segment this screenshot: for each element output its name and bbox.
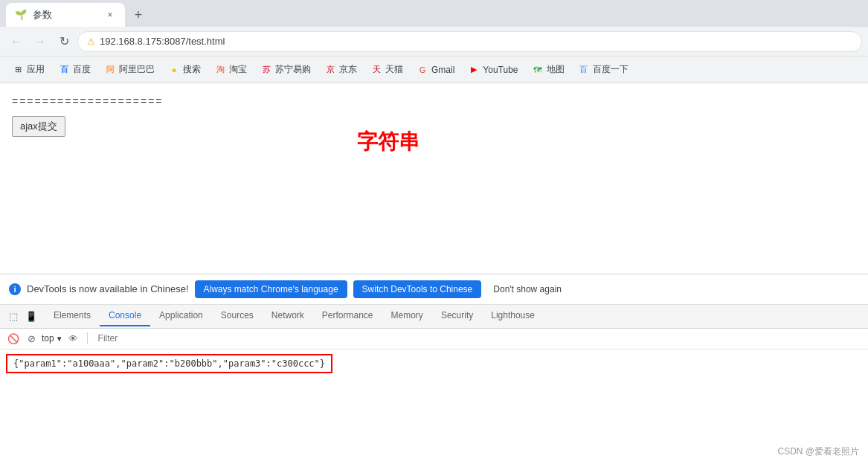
console-filter-input[interactable]: [94, 332, 862, 345]
tab-network[interactable]: Network: [263, 306, 313, 326]
toolbar-divider: [87, 332, 88, 344]
bookmark-youtube[interactable]: ▶ YouTube: [462, 61, 524, 79]
tab-lighthouse[interactable]: Lighthouse: [482, 306, 544, 326]
taobao-icon: 淘: [214, 64, 226, 76]
tab-memory[interactable]: Memory: [382, 306, 432, 326]
console-eye-icon[interactable]: 👁: [66, 331, 81, 346]
gmail-icon: G: [417, 64, 428, 76]
bookmark-alibaba[interactable]: 阿 阿里巴巴: [98, 60, 161, 79]
tab-favicon: 🌱: [15, 9, 27, 21]
baidu-icon: 百: [58, 64, 70, 76]
chevron-down-icon: ▼: [56, 335, 63, 343]
tab-performance[interactable]: Performance: [313, 306, 382, 326]
console-toolbar: 🚫 ⊘ top ▼ 👁: [0, 329, 868, 349]
tab-sources[interactable]: Sources: [212, 306, 263, 326]
back-button[interactable]: ←: [6, 31, 27, 52]
bookmark-youtube-label: YouTube: [483, 65, 518, 75]
bookmark-suning[interactable]: 苏 苏宁易购: [254, 60, 317, 79]
browser-frame: 🌱 参数 × + ← → ↻ ⚠ 192.168.8.175:8087/test…: [0, 0, 868, 464]
tab-security[interactable]: Security: [432, 306, 482, 326]
bookmark-apps[interactable]: ⊞ 应用: [6, 60, 51, 79]
address-bar[interactable]: ⚠ 192.168.8.175:8087/test.html: [77, 31, 862, 52]
devtools-tab-icons: ⬚ 📱: [6, 309, 39, 323]
tab-bar: 🌱 参数 × +: [0, 0, 868, 27]
apps-icon: ⊞: [12, 64, 24, 76]
youtube-icon: ▶: [468, 64, 480, 76]
watermark: CSDN @爱看老照片: [777, 445, 859, 458]
tab-application[interactable]: Application: [150, 306, 212, 326]
bookmark-maps-label: 地图: [547, 63, 565, 76]
devtools-notification: i DevTools is now available in Chinese! …: [0, 274, 868, 305]
console-clear-icon[interactable]: 🚫: [6, 331, 21, 346]
devtools-inspect-icon[interactable]: ⬚: [6, 309, 21, 323]
tmall-icon: 天: [370, 64, 382, 76]
page-body: ==================== ajax提交: [0, 83, 868, 274]
console-context-select[interactable]: top ▼: [42, 333, 63, 344]
reload-button[interactable]: ↻: [54, 31, 74, 52]
info-icon: i: [9, 283, 21, 295]
bookmark-gmail-label: Gmail: [431, 65, 454, 75]
console-filter-icon[interactable]: ⊘: [24, 331, 39, 346]
console-log-entry: {"param1":"a100aaa","param2":"b200bbb","…: [6, 354, 332, 373]
devtools-device-icon[interactable]: 📱: [24, 309, 39, 323]
lock-icon: ⚠: [87, 36, 95, 47]
suning-icon: 苏: [260, 64, 272, 76]
bookmark-tmall[interactable]: 天 天猫: [364, 60, 409, 79]
bookmarks-bar: ⊞ 应用 百 百度 阿 阿里巴巴 ● 搜索 淘 淘宝 苏 苏宁易购 京 京东 天: [0, 57, 868, 83]
page-content: ==================== ajax提交 字符串: [0, 83, 868, 274]
bookmark-alibaba-label: 阿里巴巴: [119, 63, 155, 76]
active-tab[interactable]: 🌱 参数 ×: [6, 3, 125, 27]
maps-icon: 🗺: [532, 64, 544, 76]
bookmark-maps[interactable]: 🗺 地图: [526, 60, 570, 79]
switch-chinese-button[interactable]: Switch DevTools to Chinese: [353, 280, 482, 298]
dismiss-notification-button[interactable]: Don't show again: [487, 280, 568, 298]
string-label: 字符串: [357, 128, 419, 156]
bookmark-gmail[interactable]: G Gmail: [411, 61, 460, 79]
jd-icon: 京: [324, 64, 336, 76]
bookmark-jd[interactable]: 京 京东: [318, 60, 363, 79]
tab-elements[interactable]: Elements: [45, 306, 100, 326]
bookmark-tmall-label: 天猫: [385, 63, 403, 76]
bookmark-baidu-search[interactable]: 百 百度一下: [572, 60, 634, 79]
match-language-button[interactable]: Always match Chrome's language: [195, 280, 347, 298]
equals-line: ====================: [12, 95, 856, 107]
console-top-label: top: [42, 333, 54, 344]
bookmark-jd-label: 京东: [339, 63, 357, 76]
nav-bar: ← → ↻ ⚠ 192.168.8.175:8087/test.html: [0, 27, 868, 57]
devtools-tabs: ⬚ 📱 Elements Console Application Sources…: [0, 305, 868, 329]
baidu-search-icon: 百: [578, 64, 590, 76]
address-text: 192.168.8.175:8087/test.html: [100, 36, 225, 47]
bookmark-apps-label: 应用: [27, 63, 45, 76]
forward-button[interactable]: →: [30, 31, 51, 52]
ajax-submit-button[interactable]: ajax提交: [12, 116, 65, 137]
bookmark-baidu-label: 百度: [73, 63, 91, 76]
bookmark-baidu[interactable]: 百 百度: [52, 60, 97, 79]
new-tab-button[interactable]: +: [128, 4, 149, 25]
bookmark-search-label: 搜索: [183, 63, 201, 76]
bookmark-baidu-search-label: 百度一下: [593, 63, 629, 76]
tab-title: 参数: [33, 8, 98, 22]
bookmark-taobao-label: 淘宝: [229, 63, 247, 76]
alibaba-icon: 阿: [104, 64, 116, 76]
tab-console[interactable]: Console: [100, 306, 150, 326]
notification-message: DevTools is now available in Chinese!: [27, 283, 189, 294]
search-bm-icon: ●: [168, 64, 180, 76]
tab-close-button[interactable]: ×: [104, 9, 116, 21]
console-output: {"param1":"a100aaa","param2":"b200bbb","…: [0, 349, 868, 376]
devtools-panel: i DevTools is now available in Chinese! …: [0, 274, 868, 465]
bookmark-search[interactable]: ● 搜索: [162, 60, 207, 79]
bookmark-taobao[interactable]: 淘 淘宝: [208, 60, 253, 79]
bookmark-suning-label: 苏宁易购: [275, 63, 311, 76]
